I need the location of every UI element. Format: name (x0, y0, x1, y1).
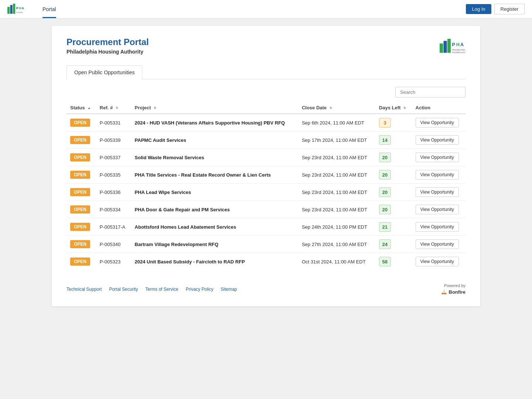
powered-by: Powered by Bonfire (441, 283, 466, 295)
col-status[interactable]: Status ▲ (66, 102, 96, 114)
view-opportunity-button[interactable]: View Opportunity (416, 205, 459, 214)
portal-subtitle: Philadelphia Housing Authority (66, 49, 149, 55)
portal-logo: P H A PHILADELPHIA HOUSING AUTH. (440, 37, 466, 57)
cell-project-7: Bartram Village Redevelopment RFQ (131, 236, 298, 253)
cell-project-5: PHA Door & Gate Repair and PM Services (131, 201, 298, 218)
view-opportunity-button[interactable]: View Opportunity (416, 187, 459, 197)
cell-ref-3: P-005335 (96, 166, 131, 184)
cell-days-left-6: 21 (375, 218, 412, 236)
view-opportunity-button[interactable]: View Opportunity (416, 222, 459, 232)
portal-footer: Technical SupportPortal SecurityTerms of… (66, 279, 466, 295)
status-badge: OPEN (70, 188, 90, 196)
cell-close-date-3: Sep 23rd 2024, 11:00 AM EDT (298, 166, 375, 184)
cell-ref-7: P-005340 (96, 236, 131, 253)
nav-right: Log In Register (466, 4, 525, 14)
view-opportunity-button[interactable]: View Opportunity (416, 118, 459, 127)
cell-status-0: OPEN (66, 114, 96, 132)
search-input[interactable] (395, 87, 466, 98)
view-opportunity-button[interactable]: View Opportunity (416, 153, 459, 162)
svg-text:HOUSING: HOUSING (16, 12, 23, 13)
cell-close-date-2: Sep 23rd 2024, 11:00 AM EDT (298, 149, 375, 166)
close-date-sort-icon: ⇅ (330, 107, 332, 110)
svg-text:A: A (460, 42, 464, 47)
cell-action-5[interactable]: View Opportunity (412, 201, 466, 218)
footer-link[interactable]: Sitemap (221, 287, 237, 292)
cell-close-date-0: Sep 6th 2024, 11:00 AM EDT (298, 114, 375, 132)
view-opportunity-button[interactable]: View Opportunity (416, 239, 459, 249)
table-row: OPEN P-005337 Solid Waste Removal Servic… (66, 149, 466, 166)
cell-status-4: OPEN (66, 184, 96, 201)
footer-link[interactable]: Terms of Service (145, 287, 178, 292)
svg-rect-0 (7, 7, 10, 14)
cell-status-5: OPEN (66, 201, 96, 218)
cell-status-2: OPEN (66, 149, 96, 166)
view-opportunity-button[interactable]: View Opportunity (416, 135, 459, 145)
svg-text:H: H (19, 6, 21, 10)
table-row: OPEN P-005340 Bartram Village Redevelopm… (66, 236, 466, 253)
col-close-date[interactable]: Close Date ⇅ (298, 102, 375, 114)
cell-days-left-7: 24 (375, 236, 412, 253)
cell-action-6[interactable]: View Opportunity (412, 218, 466, 236)
cell-status-1: OPEN (66, 132, 96, 149)
cell-project-3: PHA Title Services - Real Estate Record … (131, 166, 298, 184)
status-badge: OPEN (70, 223, 90, 231)
cell-close-date-4: Sep 23rd 2024, 11:00 AM EDT (298, 184, 375, 201)
cell-status-7: OPEN (66, 236, 96, 253)
cell-action-1[interactable]: View Opportunity (412, 132, 466, 149)
cell-close-date-5: Sep 23rd 2024, 11:00 AM EDT (298, 201, 375, 218)
cell-project-0: 2024 - HUD VASH (Veterans Affairs Suppor… (131, 114, 298, 132)
cell-close-date-6: Sep 24th 2024, 11:00 PM EDT (298, 218, 375, 236)
cell-days-left-4: 20 (375, 184, 412, 201)
opportunities-table: Status ▲ Ref. # ⇅ Project (66, 102, 466, 270)
footer-link[interactable]: Portal Security (109, 287, 138, 292)
svg-text:P: P (16, 6, 18, 10)
portal-card: Procurement Portal Philadelphia Housing … (52, 26, 480, 306)
footer-link[interactable]: Privacy Policy (186, 287, 214, 292)
cell-status-6: OPEN (66, 218, 96, 236)
days-left-badge: 21 (379, 222, 391, 232)
col-project[interactable]: Project ⇅ (131, 102, 298, 114)
col-action: Action (412, 102, 466, 114)
cell-ref-5: P-005334 (96, 201, 131, 218)
status-badge: OPEN (70, 205, 90, 214)
nav-link-portal[interactable]: Portal (37, 0, 62, 18)
svg-text:HOUSING AUTH.: HOUSING AUTH. (452, 52, 466, 54)
days-left-badge: 20 (379, 187, 391, 197)
cell-ref-4: P-005336 (96, 184, 131, 201)
days-left-badge: 58 (379, 257, 391, 266)
nav-links: Portal (37, 0, 62, 18)
search-area (66, 87, 466, 98)
table-row: OPEN P-005336 PHA Lead Wipe Services Sep… (66, 184, 466, 201)
status-badge: OPEN (70, 136, 90, 144)
svg-rect-8 (444, 41, 447, 53)
login-button[interactable]: Log In (466, 4, 491, 14)
svg-rect-7 (440, 44, 443, 53)
cell-action-0[interactable]: View Opportunity (412, 114, 466, 132)
status-badge: OPEN (70, 258, 90, 266)
status-sort-icon: ▲ (88, 107, 91, 110)
view-opportunity-button[interactable]: View Opportunity (416, 257, 459, 266)
svg-point-15 (441, 293, 443, 294)
cell-days-left-3: 20 (375, 166, 412, 184)
view-opportunity-button[interactable]: View Opportunity (416, 170, 459, 180)
register-button[interactable]: Register (494, 4, 525, 14)
cell-action-2[interactable]: View Opportunity (412, 149, 466, 166)
cell-action-7[interactable]: View Opportunity (412, 236, 466, 253)
tab-open-opportunities[interactable]: Open Public Opportunities (66, 65, 142, 79)
col-days-left[interactable]: Days Left ⇅ (375, 102, 412, 114)
nav-logo: P H A HOUSING (7, 3, 26, 16)
cell-status-3: OPEN (66, 166, 96, 184)
days-left-badge: 3 (379, 118, 391, 127)
status-badge: OPEN (70, 240, 90, 248)
footer-link[interactable]: Technical Support (66, 287, 102, 292)
svg-rect-9 (447, 39, 451, 53)
tabs-container: Open Public Opportunities (66, 65, 466, 79)
cell-action-3[interactable]: View Opportunity (412, 166, 466, 184)
cell-action-8[interactable]: View Opportunity (412, 253, 466, 270)
cell-action-4[interactable]: View Opportunity (412, 184, 466, 201)
bonfire-brand: Bonfire (449, 289, 466, 295)
cell-project-8: 2024 Unit Based Subsidy - Faircloth to R… (131, 253, 298, 270)
cell-project-1: PAPMC Audit Services (131, 132, 298, 149)
ref-sort-icon: ⇅ (116, 107, 118, 110)
col-ref[interactable]: Ref. # ⇅ (96, 102, 131, 114)
